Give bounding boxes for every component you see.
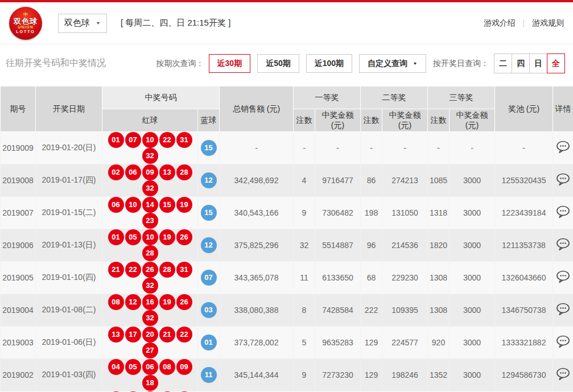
- col-blue-header: 蓝球: [198, 109, 220, 132]
- union-lotto-logo[interactable]: 中 双色球 UNION LOTTO: [9, 7, 42, 40]
- cell-detail: [553, 197, 573, 229]
- cell-p3-count: 1308: [428, 294, 450, 327]
- detail-button[interactable]: [556, 368, 570, 381]
- comment-icon: [556, 303, 570, 316]
- cell-p1-amount: 7428584: [315, 294, 361, 327]
- red-ball: 31: [176, 262, 192, 278]
- red-ball: 02: [108, 164, 124, 180]
- detail-button[interactable]: [556, 205, 570, 218]
- detail-button[interactable]: [556, 270, 570, 283]
- col-p1-count-header: 注数: [294, 109, 315, 132]
- red-ball: 21: [108, 262, 124, 278]
- cell-p3-amount: 3000: [450, 294, 495, 327]
- day-filter-button[interactable]: 全: [547, 53, 565, 73]
- red-ball: 09: [176, 359, 192, 375]
- cell-p1-amount: 9716477: [315, 164, 361, 197]
- filter-bar: 往期开奖号码和中奖情况 按期次查询： 近30期近50期近100期自定义查询▼ 按…: [0, 44, 573, 82]
- detail-button[interactable]: [556, 173, 570, 186]
- red-ball: 26: [176, 229, 192, 245]
- cell-p1-amount: 7306482: [315, 197, 361, 229]
- cell-p2-amount: -: [382, 132, 428, 164]
- cell-p1-count: -: [294, 132, 315, 164]
- red-ball: 28: [159, 262, 175, 278]
- cell-date: 2019-01-08(二): [36, 294, 102, 327]
- cell-pool: -: [495, 132, 553, 164]
- col-period-header: 期号: [1, 86, 36, 132]
- day-filter-button[interactable]: 二: [494, 53, 512, 73]
- cell-red-balls: 010710223132: [102, 132, 198, 164]
- blue-ball: 12: [201, 237, 217, 253]
- cell-pool: 1326043660: [495, 262, 553, 294]
- cell-detail: [553, 327, 573, 359]
- col-p1-amount-header: 中奖金额 (元): [315, 109, 361, 132]
- period-filter-label: 近30期: [217, 59, 242, 69]
- cell-date: 2019-01-20(日): [36, 132, 102, 164]
- cell-p1-count: 5: [294, 327, 315, 359]
- cell-p2-count: 68: [361, 262, 382, 294]
- blue-ball: 15: [201, 205, 217, 221]
- blue-ball: 03: [201, 302, 217, 318]
- period-filter-button[interactable]: 近100期: [306, 54, 352, 73]
- period-filter-button[interactable]: 近50期: [257, 54, 299, 73]
- cell-p2-count: 86: [361, 164, 382, 197]
- game-intro-link[interactable]: 游戏介绍: [484, 18, 516, 28]
- cell-sales: 342,498,692: [220, 164, 294, 197]
- cell-p3-amount: 3000: [450, 327, 495, 359]
- detail-button[interactable]: [556, 303, 570, 316]
- cell-blue-ball: 12: [198, 229, 220, 262]
- detail-button[interactable]: [556, 238, 570, 251]
- cell-p2-amount: 214536: [382, 229, 428, 262]
- cell-sales: 340,543,166: [220, 197, 294, 229]
- cell-blue-ball: 01: [198, 327, 220, 359]
- col-prize1-group-header: 一等奖: [294, 86, 361, 109]
- cell-p3-count: 1318: [428, 197, 450, 229]
- cell-pool: 1346750738: [495, 294, 553, 327]
- link-divider: [523, 19, 524, 27]
- cell-p3-amount: 3000: [450, 359, 495, 391]
- red-ball: 22: [125, 262, 141, 278]
- period-filter-label: 自定义查询: [368, 59, 407, 69]
- comment-icon: [556, 173, 570, 186]
- cell-detail: [553, 229, 573, 262]
- cell-blue-ball: 07: [198, 262, 220, 294]
- cell-period: 2019007: [1, 197, 36, 229]
- red-ball: 23: [142, 213, 158, 229]
- period-filter-button[interactable]: 近30期: [209, 54, 251, 73]
- cell-p2-count: 198: [361, 197, 382, 229]
- results-tbody: 2019009 2019-01-20(日) 010710223132 15 - …: [1, 132, 573, 392]
- cell-detail: [553, 294, 573, 327]
- cell-p2-count: -: [361, 132, 382, 164]
- col-p2-amount-header: 中奖金额 (元): [382, 109, 428, 132]
- cell-p2-count: 96: [361, 229, 382, 262]
- results-table: 期号 开奖日期 中奖号码 总销售额 (元) 一等奖 二等奖 三等奖 奖池 (元)…: [0, 86, 573, 392]
- blue-ball: 12: [201, 172, 217, 188]
- cell-period: 2019005: [1, 262, 36, 294]
- detail-button[interactable]: [556, 335, 570, 348]
- cell-pool: 1294586730: [495, 359, 553, 391]
- red-ball: 26: [176, 294, 192, 310]
- red-ball: 20: [142, 327, 158, 343]
- table-row: 2019006 2019-01-13(日) 010510192628 12 37…: [1, 229, 573, 262]
- blue-ball: 07: [201, 270, 217, 286]
- cell-date: 2019-01-17(四): [36, 164, 102, 197]
- game-select-dropdown[interactable]: 双色球 ▼: [58, 14, 107, 33]
- detail-button[interactable]: [556, 141, 570, 154]
- day-filter-button[interactable]: 四: [512, 53, 530, 73]
- cell-p3-amount: 3000: [450, 229, 495, 262]
- day-button-group: 二四日全: [494, 53, 565, 73]
- day-filter-button[interactable]: 日: [529, 53, 547, 73]
- draw-time-note: [ 每周二、四、日 21:15开奖 ]: [121, 18, 230, 28]
- comment-icon: [556, 335, 570, 348]
- comment-icon: [556, 205, 570, 218]
- cell-p1-amount: 5514887: [315, 229, 361, 262]
- game-rules-link[interactable]: 游戏规则: [532, 18, 564, 28]
- red-ball: 19: [176, 197, 192, 213]
- by-period-label: 按期次查询：: [156, 59, 204, 69]
- period-filter-button[interactable]: 自定义查询▼: [359, 54, 426, 73]
- red-ball: 28: [142, 245, 158, 261]
- filter-controls: 按期次查询： 近30期近50期近100期自定义查询▼ 按开奖日查询： 二四日全: [156, 53, 565, 73]
- red-ball: 13: [159, 164, 175, 180]
- cell-p3-amount: 3000: [450, 164, 495, 197]
- logo-lotto-text: LOTTO: [16, 30, 35, 34]
- red-ball: 06: [125, 164, 141, 180]
